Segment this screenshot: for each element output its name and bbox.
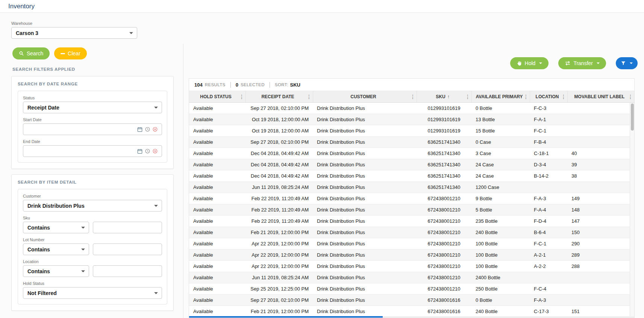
sku-input[interactable] (93, 222, 162, 233)
table-cell: F-A-4 (530, 207, 567, 213)
status-select-value: Receipt Date (27, 105, 59, 111)
table-row[interactable]: AvailableSep 27 2018, 02:10:00 PMDrink D… (189, 137, 630, 148)
column-menu-icon[interactable]: ⋮ (523, 94, 529, 100)
column-header-sku[interactable]: SKU↑⋮ (417, 91, 471, 102)
start-date-input[interactable] (23, 123, 162, 135)
vertical-scrollbar-thumb[interactable] (631, 103, 634, 131)
end-date-input[interactable] (23, 145, 162, 157)
table-cell: A-2-2 (530, 263, 567, 269)
clock-icon[interactable] (144, 126, 151, 133)
table-cell: Drink Distribution Plus (313, 309, 417, 314)
table-cell: 150 (567, 230, 630, 235)
table-row[interactable]: AvailableFeb 22 2019, 11:20:49 AMDrink D… (189, 204, 630, 216)
column-menu-icon[interactable]: ⋮ (239, 94, 244, 100)
lot-operator-select[interactable]: Contains (23, 243, 89, 255)
results-grid: 104 RESULTS 0 SELECTED SORT: SKU HOLD ST… (189, 78, 635, 318)
end-date-text[interactable] (24, 146, 136, 157)
table-row[interactable]: AvailableSep 27 2018, 02:10:00 PMDrink D… (189, 103, 630, 114)
table-row[interactable]: AvailableFeb 21 2019, 12:00:00 PMDrink D… (189, 227, 630, 238)
table-cell: Sep 25 2019, 12:25:00 PM (245, 286, 313, 292)
lot-number-label: Lot Number (23, 237, 162, 242)
horizontal-scrollbar-thumb[interactable] (189, 316, 383, 318)
column-header-label: AVAILABLE PRIMARY (476, 94, 523, 99)
horizontal-scrollbar[interactable] (189, 316, 634, 318)
end-date-field: End Date (23, 139, 162, 157)
topbar: Inventory (0, 0, 644, 13)
column-header-location[interactable]: LOCATION⋮ (530, 91, 567, 102)
column-header-customer[interactable]: CUSTOMER⋮ (313, 91, 417, 102)
column-menu-icon[interactable]: ⋮ (465, 94, 470, 100)
table-row[interactable]: AvailableOct 19 2018, 12:00:00 AMDrink D… (189, 114, 630, 125)
sort-asc-icon: ↑ (447, 94, 450, 99)
table-row[interactable]: AvailableSep 25 2019, 12:25:00 PMDrink D… (189, 283, 630, 295)
column-menu-icon[interactable]: ⋮ (628, 94, 633, 100)
table-cell: 290 (567, 241, 630, 246)
table-row[interactable]: AvailableDec 04 2018, 04:49:42 AMDrink D… (189, 159, 630, 170)
transfer-button[interactable]: Transfer (558, 57, 606, 69)
sku-operator-value: Contains (27, 225, 50, 231)
table-cell: F-A-1 (530, 117, 567, 122)
vertical-scrollbar[interactable] (630, 103, 634, 316)
clear-button[interactable]: Clear (54, 47, 86, 59)
lot-number-input[interactable] (93, 243, 162, 255)
table-cell: Available (189, 263, 245, 269)
column-menu-icon[interactable]: ⋮ (561, 94, 566, 100)
table-cell: 012993101619 (417, 117, 471, 122)
table-row[interactable]: AvailableFeb 22 2019, 11:20:49 AMDrink D… (189, 193, 630, 204)
chevron-down-icon (630, 62, 633, 64)
table-cell: 1200 Case (471, 184, 530, 190)
column-menu-icon[interactable]: ⋮ (410, 94, 415, 100)
table-row[interactable]: AvailableApr 22 2019, 12:00:00 PMDrink D… (189, 238, 630, 250)
table-cell: Jun 11 2019, 08:25:24 AM (245, 275, 313, 280)
location-operator-select[interactable]: Contains (23, 265, 89, 277)
table-cell: 636251741340 (417, 162, 471, 167)
table-row[interactable]: AvailableDec 04 2018, 04:49:42 AMDrink D… (189, 170, 630, 182)
table-cell: 672438001616 (417, 309, 471, 314)
table-cell: Drink Distribution Plus (313, 151, 417, 156)
table-row[interactable]: AvailableFeb 21 2019, 12:00:00 PMDrink D… (189, 306, 630, 316)
search-button[interactable]: Search (12, 47, 50, 59)
filter-button[interactable] (616, 57, 638, 69)
column-header-available-primary[interactable]: AVAILABLE PRIMARY⋮ (471, 91, 530, 102)
clock-icon[interactable] (144, 148, 151, 155)
calendar-icon[interactable] (136, 148, 144, 155)
table-row[interactable]: AvailableJun 11 2019, 08:25:24 AMDrink D… (189, 272, 630, 283)
column-header-receipt-date[interactable]: RECEIPT DATE⋮ (245, 91, 313, 102)
table-row[interactable]: AvailableFeb 22 2019, 11:20:49 AMDrink D… (189, 216, 630, 227)
table-cell: 012993101619 (417, 128, 471, 134)
filter-funnel-icon (621, 61, 626, 66)
hold-button[interactable]: Hold (510, 57, 549, 69)
location-input[interactable] (93, 265, 162, 277)
start-date-text[interactable] (24, 124, 136, 135)
table-cell: Drink Distribution Plus (313, 173, 417, 179)
table-cell: Oct 19 2018, 12:00:00 AM (245, 128, 313, 134)
minus-icon (61, 53, 65, 54)
clear-date-icon[interactable] (151, 148, 159, 155)
chevron-down-icon (539, 62, 542, 64)
table-cell: 2400 Bottle (471, 275, 530, 280)
column-header-hold-status[interactable]: HOLD STATUS⋮ (189, 91, 245, 102)
sku-operator-select[interactable]: Contains (23, 222, 89, 233)
table-row[interactable]: AvailableDec 04 2018, 04:49:42 AMDrink D… (189, 148, 630, 159)
table-row[interactable]: AvailableJun 11 2019, 08:25:24 AMDrink D… (189, 182, 630, 193)
column-menu-icon[interactable]: ⋮ (306, 94, 312, 100)
table-cell: Available (189, 252, 245, 258)
table-row[interactable]: AvailableOct 19 2018, 12:00:00 AMDrink D… (189, 125, 630, 137)
table-cell: 147 (567, 218, 630, 224)
lot-operator-value: Contains (27, 246, 50, 253)
warehouse-select[interactable]: Carson 3 (11, 27, 137, 39)
table-cell: 672438001210 (417, 252, 471, 258)
calendar-icon[interactable] (136, 126, 144, 133)
table-cell: Available (189, 230, 245, 235)
table-row[interactable]: AvailableApr 22 2019, 12:00:00 PMDrink D… (189, 261, 630, 272)
column-header-movable-unit-label[interactable]: MOVABLE UNIT LABEL⋮ (567, 91, 634, 102)
status-select[interactable]: Receipt Date (23, 102, 162, 113)
table-cell: F-D-4 (530, 218, 567, 224)
table-row[interactable]: AvailableSep 27 2018, 02:10:00 PMDrink D… (189, 295, 630, 306)
hold-status-select[interactable]: Not Filtered (23, 287, 162, 299)
customer-select[interactable]: Drink Distribution Plus (23, 200, 162, 211)
table-row[interactable]: AvailableApr 22 2019, 12:00:00 PMDrink D… (189, 250, 630, 261)
table-cell: Available (189, 196, 245, 201)
clear-date-icon[interactable] (151, 126, 159, 133)
table-cell: F-B-4 (530, 139, 567, 145)
